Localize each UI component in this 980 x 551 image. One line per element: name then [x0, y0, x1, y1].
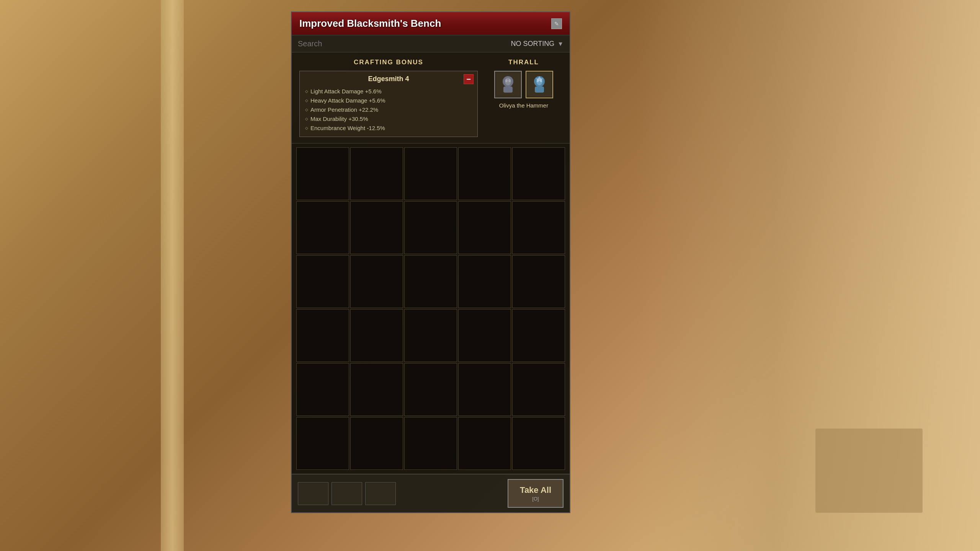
inv-slot-6[interactable] — [296, 201, 349, 254]
diamond-icon: ◇ — [305, 88, 308, 95]
thrall-slot-2[interactable] — [526, 71, 553, 98]
search-input[interactable] — [298, 39, 507, 48]
thrall-icon-2 — [528, 73, 551, 96]
stat-armor-pen: ◇ Armor Penetration +22.2% — [305, 105, 472, 114]
diamond-icon: ◇ — [305, 116, 308, 122]
sorting-dropdown[interactable]: NO SORTING ▼ — [511, 40, 564, 48]
inv-slot-5[interactable] — [512, 147, 565, 200]
take-all-label: Take All — [520, 485, 551, 495]
stat-encumbrance: ◇ Encumbrance Weight -12.5% — [305, 124, 472, 133]
inv-slot-23[interactable] — [404, 363, 457, 416]
inv-slot-13[interactable] — [404, 255, 457, 308]
inv-slot-24[interactable] — [458, 363, 511, 416]
svg-point-3 — [505, 79, 508, 82]
crafting-bonus-area: CRAFTING BONUS Edgesmith 4 − ◇ Light Att… — [299, 59, 478, 137]
sorting-chevron-icon: ▼ — [557, 41, 564, 47]
inv-slot-7[interactable] — [350, 201, 403, 254]
stat-heavy-attack: ◇ Heavy Attack Damage +5.6% — [305, 96, 472, 105]
inventory-grid — [296, 147, 565, 470]
inv-slot-3[interactable] — [404, 147, 457, 200]
take-all-button[interactable]: Take All [O] — [508, 479, 564, 508]
inv-slot-2[interactable] — [350, 147, 403, 200]
pillar-decoration — [161, 0, 184, 551]
inv-slot-22[interactable] — [350, 363, 403, 416]
panel-title: Improved Blacksmith's Bench — [299, 18, 547, 29]
title-bar: Improved Blacksmith's Bench ✎ — [292, 12, 570, 36]
minus-button[interactable]: − — [464, 74, 474, 84]
thrall-area: THRALL — [485, 59, 562, 137]
bottom-slot-1[interactable] — [298, 482, 328, 505]
inv-slot-9[interactable] — [458, 201, 511, 254]
svg-rect-11 — [535, 86, 544, 93]
svg-rect-5 — [503, 86, 513, 93]
inv-slot-10[interactable] — [512, 201, 565, 254]
stat-light-attack: ◇ Light Attack Damage +5.6% — [305, 87, 472, 96]
inv-slot-8[interactable] — [404, 201, 457, 254]
inv-slot-15[interactable] — [512, 255, 565, 308]
inv-slot-11[interactable] — [296, 255, 349, 308]
inv-slot-20[interactable] — [512, 309, 565, 362]
inv-slot-14[interactable] — [458, 255, 511, 308]
inv-slot-12[interactable] — [350, 255, 403, 308]
inv-slot-26[interactable] — [296, 417, 349, 470]
bottom-slot-3[interactable] — [365, 482, 396, 505]
stat-max-durability: ◇ Max Durability +30.5% — [305, 114, 472, 124]
crafting-bonus-header: CRAFTING BONUS — [299, 59, 478, 66]
inv-slot-27[interactable] — [350, 417, 403, 470]
thrall-name: Olivya the Hammer — [485, 102, 562, 109]
bottom-bar: Take All [O] — [292, 474, 570, 512]
take-all-hotkey: [O] — [532, 496, 539, 502]
inv-slot-17[interactable] — [350, 309, 403, 362]
inv-slot-1[interactable] — [296, 147, 349, 200]
bonus-card: Edgesmith 4 − ◇ Light Attack Damage +5.6… — [299, 71, 478, 137]
svg-point-4 — [508, 79, 511, 82]
thrall-slot-1[interactable] — [494, 71, 522, 98]
bonus-name: Edgesmith 4 — [305, 75, 472, 83]
bottom-slot-2[interactable] — [332, 482, 362, 505]
edit-button[interactable]: ✎ — [551, 18, 562, 29]
inv-slot-19[interactable] — [458, 309, 511, 362]
crafting-section: CRAFTING BONUS Edgesmith 4 − ◇ Light Att… — [292, 52, 570, 143]
thrall-slots — [485, 71, 562, 98]
diamond-icon: ◇ — [305, 125, 308, 131]
inventory-section — [292, 143, 570, 474]
well-decoration — [815, 429, 923, 513]
thrall-header: THRALL — [485, 59, 562, 66]
diamond-icon: ◇ — [305, 107, 308, 113]
inv-slot-29[interactable] — [458, 417, 511, 470]
sorting-label: NO SORTING — [511, 40, 554, 48]
inv-slot-25[interactable] — [512, 363, 565, 416]
thrall-icon-1 — [497, 73, 519, 96]
inv-slot-18[interactable] — [404, 309, 457, 362]
search-bar: NO SORTING ▼ — [292, 36, 570, 52]
inv-slot-30[interactable] — [512, 417, 565, 470]
inv-slot-4[interactable] — [458, 147, 511, 200]
blacksmith-panel: Improved Blacksmith's Bench ✎ NO SORTING… — [291, 11, 570, 513]
inv-slot-21[interactable] — [296, 363, 349, 416]
diamond-icon: ◇ — [305, 98, 308, 104]
inv-slot-16[interactable] — [296, 309, 349, 362]
inv-slot-28[interactable] — [404, 417, 457, 470]
environment-background — [635, 0, 980, 551]
